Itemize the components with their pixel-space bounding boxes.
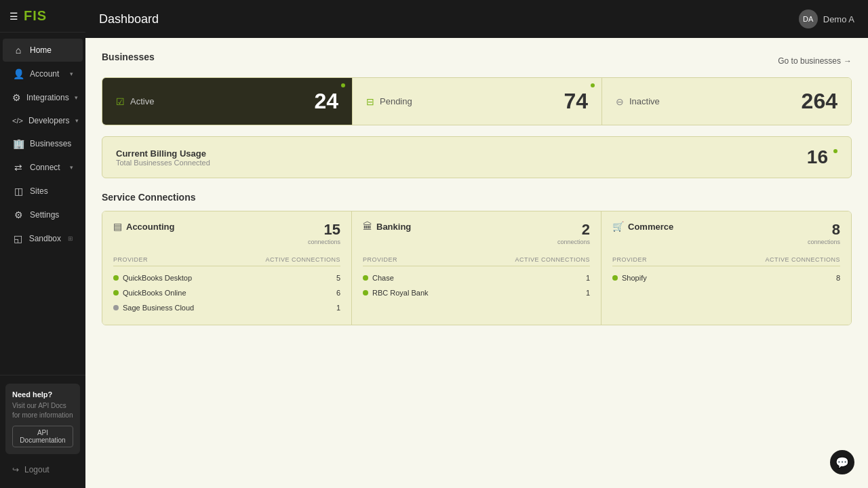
connections-col-header: ACTIVE CONNECTIONS [265, 256, 340, 263]
provider-row-left: Sage Business Cloud [113, 304, 336, 312]
sidebar-item-account[interactable]: 👤 Account ▾ [3, 62, 83, 85]
hamburger-icon[interactable]: ☰ [9, 11, 18, 22]
sidebar-item-label: Settings [30, 210, 73, 220]
sidebar-item-label: Sandbox [29, 234, 61, 243]
avatar: DA [799, 9, 818, 28]
businesses-icon: 🏢 [12, 138, 24, 149]
go-to-businesses-link[interactable]: Go to businesses → [778, 56, 852, 66]
accounting-title-row: ▤ Accounting [113, 221, 175, 232]
commerce-count: 8 [808, 221, 840, 239]
commerce-table-header: PROVIDER ACTIVE CONNECTIONS [612, 253, 840, 266]
table-row: Sage Business Cloud 1 [113, 300, 340, 315]
connection-count: 1 [586, 274, 590, 282]
banking-title: Banking [376, 222, 411, 232]
sites-icon: ◫ [12, 186, 24, 197]
billing-title: Current Billing Usage [116, 148, 210, 159]
sidebar-item-integrations[interactable]: ⚙ Integrations ▾ [3, 86, 83, 109]
banking-count-label: connections [557, 239, 590, 245]
sidebar-item-sandbox[interactable]: ◱ Sandbox ⊞ [3, 227, 83, 250]
inactive-business-card[interactable]: ⊖ Inactive 264 [601, 78, 851, 125]
settings-icon: ⚙ [12, 209, 24, 220]
sidebar-item-connect[interactable]: ⇄ Connect ▾ [3, 156, 83, 179]
logo: FIS [24, 8, 47, 24]
pending-indicator [591, 83, 595, 87]
pending-icon: ⊟ [366, 96, 374, 107]
commerce-count-label: connections [808, 239, 840, 245]
connections-col-header: ACTIVE CONNECTIONS [515, 256, 590, 263]
accounting-table-header: PROVIDER ACTIVE CONNECTIONS [113, 253, 340, 266]
billing-count: 16 [807, 146, 828, 168]
active-card-left: ☑ Active [116, 96, 154, 107]
inactive-card-left: ⊖ Inactive [616, 96, 660, 107]
commerce-service-card: 🛒 Commerce 8 connections PROVIDER ACTIVE… [601, 211, 851, 325]
api-docs-button[interactable]: API Documentation [12, 426, 73, 447]
provider-name: Sage Business Cloud [123, 304, 194, 312]
connections-col-header: ACTIVE CONNECTIONS [765, 256, 840, 263]
developers-icon: </> [12, 117, 23, 125]
accounting-service-card: ▤ Accounting 15 connections PROVIDER ACT… [102, 211, 352, 325]
table-row: RBC Royal Bank 1 [363, 285, 590, 300]
businesses-header: Businesses Go to businesses → [102, 52, 852, 70]
chat-icon: 💬 [835, 456, 849, 469]
sidebar-item-label: Connect [30, 163, 64, 172]
commerce-title-row: 🛒 Commerce [612, 221, 673, 232]
businesses-section-title: Businesses [102, 52, 155, 62]
billing-subtitle: Total Businesses Connected [116, 159, 210, 167]
active-business-card[interactable]: ☑ Active 24 [102, 78, 352, 125]
commerce-count-area: 8 connections [808, 221, 840, 245]
provider-name: Chase [372, 274, 394, 282]
commerce-title: Commerce [628, 222, 673, 232]
status-dot-icon [113, 290, 119, 296]
chat-bubble-button[interactable]: 💬 [830, 450, 854, 474]
service-connections-grid: ▤ Accounting 15 connections PROVIDER ACT… [102, 211, 852, 325]
provider-row-left: Chase [363, 274, 586, 282]
accounting-count-area: 15 connections [308, 221, 340, 245]
provider-row-left: QuickBooks Online [113, 289, 336, 297]
sidebar-footer: Need help? Visit our API Docs for more i… [0, 375, 85, 488]
connection-count: 6 [336, 289, 340, 297]
status-dot-icon [113, 275, 119, 281]
topbar: Dashboard DA Demo A [85, 0, 868, 38]
table-row: QuickBooks Online 6 [113, 285, 340, 300]
billing-count-area: 16 [807, 146, 837, 168]
user-menu[interactable]: DA Demo A [799, 9, 854, 28]
provider-col-header: PROVIDER [363, 256, 515, 263]
chevron-down-icon: ▾ [75, 94, 78, 101]
pending-business-card[interactable]: ⊟ Pending 74 [352, 78, 601, 125]
accounting-count-label: connections [308, 239, 340, 245]
active-count: 24 [314, 89, 338, 114]
banking-count: 2 [557, 221, 590, 239]
sandbox-badge: ⊞ [68, 235, 73, 242]
banking-title-row: 🏛 Banking [363, 221, 411, 232]
active-checkbox-icon: ☑ [116, 96, 125, 107]
sidebar-item-home[interactable]: ⌂ Home [3, 39, 83, 62]
accounting-icon: ▤ [113, 221, 122, 232]
sidebar-header: ☰ FIS [0, 0, 85, 33]
sidebar-item-businesses[interactable]: 🏢 Businesses [3, 132, 83, 155]
banking-card-header: 🏛 Banking 2 connections [363, 221, 590, 245]
banking-service-card: 🏛 Banking 2 connections PROVIDER ACTIVE … [352, 211, 601, 325]
business-cards: ☑ Active 24 ⊟ Pending 74 ⊖ Inactive [102, 77, 852, 125]
account-icon: 👤 [12, 68, 24, 79]
sidebar-item-sites[interactable]: ◫ Sites [3, 180, 83, 203]
banking-icon: 🏛 [363, 221, 372, 232]
connect-icon: ⇄ [12, 162, 24, 173]
connection-count: 1 [586, 289, 590, 297]
accounting-count: 15 [308, 221, 340, 239]
provider-name: QuickBooks Desktop [123, 274, 192, 282]
table-row: Chase 1 [363, 270, 590, 285]
commerce-icon: 🛒 [612, 221, 624, 232]
accounting-card-header: ▤ Accounting 15 connections [113, 221, 340, 245]
logout-button[interactable]: ↪ Logout [5, 460, 80, 480]
user-name: Demo A [823, 14, 854, 24]
inactive-label: Inactive [629, 96, 660, 106]
provider-row-left: RBC Royal Bank [363, 289, 586, 297]
home-icon: ⌂ [12, 45, 24, 56]
logout-label: Logout [24, 465, 50, 474]
avatar-initials: DA [803, 15, 813, 23]
sidebar-item-settings[interactable]: ⚙ Settings [3, 203, 83, 226]
provider-col-header: PROVIDER [113, 256, 265, 263]
sidebar-item-developers[interactable]: </> Developers ▾ [3, 110, 83, 131]
help-title: Need help? [12, 390, 73, 399]
sidebar-item-label: Integrations [26, 93, 69, 102]
